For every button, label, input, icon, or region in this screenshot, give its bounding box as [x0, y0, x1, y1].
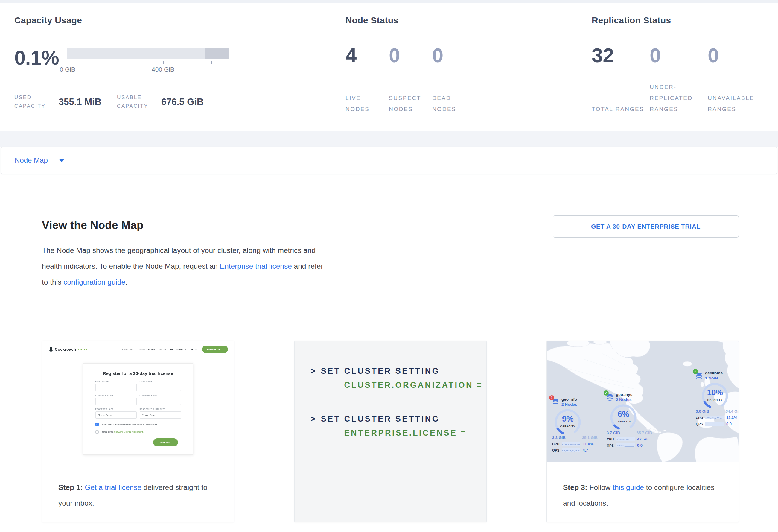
last-name-input — [140, 384, 181, 391]
live-nodes-value: 4 — [345, 45, 389, 65]
get-enterprise-trial-button[interactable]: GET A 30-DAY ENTERPRISE TRIAL — [553, 215, 739, 238]
capacity-gauge: 10% CAPACITY — [701, 381, 729, 410]
description-text: . — [125, 278, 128, 286]
checkbox-checked-icon: ✓ — [95, 423, 99, 426]
email-updates-checkbox-row: ✓ I would like to receive email updates … — [95, 423, 181, 426]
capacity-max: 65.7 GiB — [636, 431, 652, 435]
nav-docs: DOCS — [159, 348, 166, 351]
trial-steps-cards: Cockroach LABS PRODUCT CUSTOMERS DOCS RE… — [42, 340, 739, 532]
node-marker-sfo: 1 geo=sfo 2 Nodes — [552, 397, 600, 452]
sql-command-text: SET CLUSTER SETTING — [321, 414, 440, 424]
suspect-nodes-value: 0 — [389, 45, 432, 65]
replication-status-columns: 32 TOTAL RANGES 0 UNDER-REPLICATED RANGE… — [592, 45, 774, 115]
qps-value: 4.7 — [583, 448, 588, 452]
unavailable-ranges-label: UNAVAILABLE RANGES — [708, 92, 762, 115]
unavailable-ranges-value: 0 — [708, 45, 766, 65]
first-name-label: FIRST NAME — [95, 381, 137, 383]
cpu-value: 12.3% — [726, 415, 737, 420]
company-email-input — [140, 398, 181, 405]
marker-header: ✓ geo=nyc 2 Nodes — [607, 392, 654, 402]
qps-row: QPS 0.0 — [607, 443, 654, 448]
cpu-label: CPU — [607, 438, 616, 441]
reason-label: REASON FOR INTEREST — [140, 408, 181, 410]
registration-form-fields: FIRST NAME LAST NAME COMPANY NAME — [95, 381, 181, 419]
caption-text: Follow — [588, 483, 613, 491]
capacity-max: 35.1 GiB — [582, 435, 598, 440]
last-name-label: LAST NAME — [140, 381, 181, 383]
marker-labels: geo=nyc 2 Nodes — [616, 392, 632, 402]
total-ranges-stat: 32 TOTAL RANGES — [592, 45, 650, 115]
configuration-guide-link[interactable]: configuration guide — [63, 278, 125, 286]
suspect-nodes-stat: 0 SUSPECT NODES — [389, 45, 432, 115]
node-map-preview: 1 geo=sfo 2 Nodes — [547, 341, 738, 462]
download-button: DOWNLOAD — [202, 346, 228, 353]
capacity-bar-track — [67, 48, 229, 59]
qps-label: QPS — [607, 444, 616, 447]
node-map-dropdown-bar[interactable]: Node Map — [1, 147, 777, 174]
marker-labels: geo=sfo 2 Nodes — [561, 397, 577, 407]
marker-icon-wrap: 1 — [552, 399, 559, 407]
step3-label: Step 3: — [563, 483, 588, 491]
qps-value: 0.0 — [726, 422, 732, 426]
last-name-field: LAST NAME — [140, 381, 181, 391]
get-trial-license-link[interactable]: Get a trial license — [85, 483, 142, 491]
this-guide-link[interactable]: this guide — [613, 483, 644, 491]
total-ranges-label: TOTAL RANGES — [592, 103, 646, 115]
dead-nodes-value: 0 — [432, 45, 476, 65]
database-icon — [607, 394, 613, 401]
page-title: View the Node Map — [42, 219, 328, 232]
dead-nodes-label: DEAD NODES — [432, 92, 473, 115]
node-status-section: Node Status 4 LIVE NODES 0 SUSPECT NODES… — [345, 15, 513, 115]
locality-name: geo=sfo — [561, 397, 577, 401]
live-nodes-label: LIVE NODES — [345, 92, 386, 115]
cockroach-bug-icon — [49, 347, 53, 352]
company-email-field: COMPANY EMAIL — [140, 394, 181, 405]
capacity-label: CAPACITY — [701, 398, 729, 401]
replication-status-section: Replication Status 32 TOTAL RANGES 0 UND… — [592, 15, 774, 115]
reason-field: REASON FOR INTEREST Please Select — [140, 408, 181, 419]
enterprise-trial-license-link[interactable]: Enterprise trial license — [220, 262, 292, 270]
qps-value: 0.0 — [637, 443, 642, 448]
qps-sparkline — [562, 448, 580, 452]
node-marker-ams: ✓ geo=ams 1 Node — [696, 371, 738, 426]
nav-customers: CUSTOMERS — [139, 348, 155, 351]
sql-setting-license: ENTERPRISE.LICENSE = — [344, 429, 486, 438]
axis-label-400gib: 400 GiB — [152, 66, 174, 73]
cpu-row: CPU 11.0% — [552, 442, 600, 446]
step3-card: 1 geo=sfo 2 Nodes — [546, 340, 739, 522]
company-name-input — [95, 398, 137, 405]
company-email-label: COMPANY EMAIL — [140, 394, 181, 396]
step1-label: Step 1: — [58, 483, 83, 491]
sql-command-1: >SET CLUSTER SETTING — [311, 367, 486, 376]
node-count: 2 Nodes — [561, 402, 577, 407]
dead-nodes-stat: 0 DEAD NODES — [432, 45, 476, 115]
chevron-down-icon[interactable] — [59, 159, 65, 162]
page-top-strip — [0, 0, 778, 3]
cpu-label: CPU — [696, 416, 705, 420]
section-header-text: View the Node Map The Node Map shows the… — [42, 219, 328, 290]
mini-site-header: Cockroach LABS PRODUCT CUSTOMERS DOCS RE… — [42, 341, 234, 353]
capacity-axis-labels: 0 GiB 400 GiB — [67, 66, 229, 74]
axis-label-0gib: 0 GiB — [60, 66, 75, 73]
under-replicated-ranges-value: 0 — [650, 45, 708, 65]
capacity-percent: 9% — [553, 414, 582, 424]
capacity-bar: 0 GiB 400 GiB — [67, 48, 229, 74]
cluster-summary-panel: Capacity Usage 0.1% 0 GiB — [0, 3, 778, 131]
reason-select: Please Select — [140, 411, 181, 419]
node-marker-nyc: ✓ geo=nyc 2 Nodes — [607, 392, 654, 448]
sql-command-text: SET CLUSTER SETTING — [321, 367, 440, 376]
marker-icon-wrap: ✓ — [607, 394, 613, 402]
capacity-bar-ticks — [67, 61, 229, 65]
node-status-title: Node Status — [345, 15, 513, 25]
marker-header: ✓ geo=ams 1 Node — [696, 371, 738, 381]
qps-row: QPS 0.0 — [696, 422, 738, 426]
node-map-dropdown-label[interactable]: Node Map — [15, 156, 48, 165]
qps-sparkline — [705, 422, 724, 426]
capacity-usage-section: Capacity Usage 0.1% 0 GiB — [14, 15, 254, 111]
cpu-sparkline — [562, 442, 580, 446]
project-phase-select: Please Select — [95, 411, 137, 419]
used-capacity-value: 355.1 MiB — [59, 97, 101, 107]
first-name-field: FIRST NAME — [95, 381, 137, 391]
cluster-overview-page: Capacity Usage 0.1% 0 GiB — [0, 0, 778, 532]
software-license-agreement-link: Software License Agreement. — [114, 431, 144, 433]
